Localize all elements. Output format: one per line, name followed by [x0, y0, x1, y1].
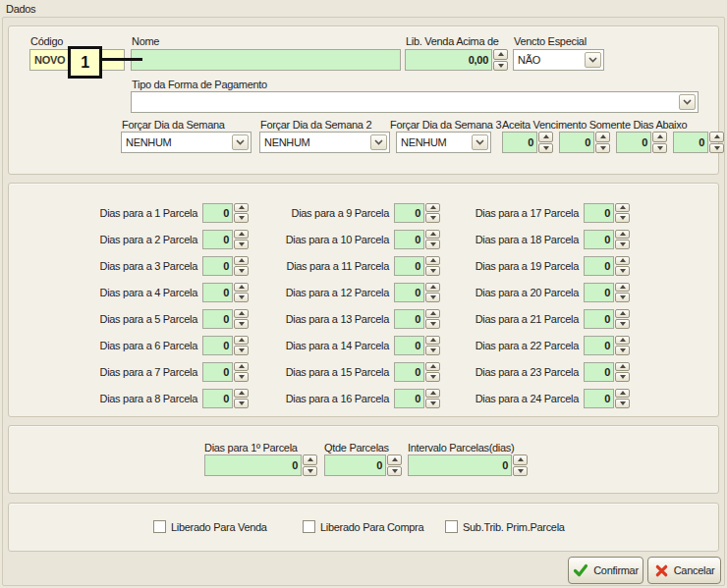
dropdown-button[interactable]: [232, 134, 249, 150]
checkbox-icon[interactable]: [303, 520, 315, 533]
checkbox-liberado-compra[interactable]: Liberado Para Compra: [303, 520, 423, 533]
checkbox-liberado-venda[interactable]: Liberado Para Venda: [153, 520, 267, 533]
parcela-value[interactable]: 0: [394, 309, 424, 329]
spin-down-button[interactable]: [425, 319, 440, 329]
parcela-value[interactable]: 0: [202, 309, 233, 329]
checkbox-subtrib-parcela[interactable]: Sub.Trib. Prim.Parcela: [445, 520, 565, 533]
lib-venda-value[interactable]: 0,00: [405, 49, 492, 71]
spin-down-button[interactable]: [234, 346, 249, 355]
spin-down-button[interactable]: [425, 266, 440, 276]
parcela-value[interactable]: 0: [202, 389, 233, 408]
cancel-button[interactable]: Cancelar: [647, 557, 721, 584]
spin-up-button[interactable]: [615, 256, 630, 266]
spin-down-button[interactable]: [615, 266, 630, 276]
parcela-value[interactable]: 0: [394, 362, 424, 382]
spin-down-button[interactable]: [234, 213, 249, 223]
spin-up-button[interactable]: [425, 283, 440, 293]
spin-down-button[interactable]: [709, 143, 724, 154]
vencto-especial-combo[interactable]: NÃO: [513, 49, 604, 71]
dropdown-button[interactable]: [370, 134, 387, 150]
spin-up-button[interactable]: [234, 336, 249, 346]
parcela-value[interactable]: 0: [202, 230, 233, 249]
parcela-value[interactable]: 0: [584, 230, 614, 249]
forcar-dia-3-combo[interactable]: NENHUM: [396, 132, 491, 153]
spin-up-button[interactable]: [425, 256, 440, 266]
spin-up-button[interactable]: [234, 362, 249, 372]
forcar-dia-2-combo[interactable]: NENHUM: [259, 132, 390, 153]
spin-up-button[interactable]: [615, 389, 630, 399]
spin-up-button[interactable]: [513, 454, 528, 465]
parcela-value[interactable]: 0: [202, 336, 233, 355]
spin-down-button[interactable]: [615, 346, 630, 355]
spin-up-button[interactable]: [234, 283, 249, 293]
spin-down-button[interactable]: [234, 319, 249, 329]
spin-down-button[interactable]: [425, 346, 440, 355]
spin-up-button[interactable]: [615, 309, 630, 319]
spin-down-button[interactable]: [425, 293, 440, 302]
spin-up-button[interactable]: [595, 132, 610, 142]
spin-down-button[interactable]: [234, 399, 249, 408]
spin-up-button[interactable]: [234, 230, 249, 240]
parcela-value[interactable]: 0: [394, 336, 424, 355]
spin-down-button[interactable]: [513, 466, 528, 477]
parcela-value[interactable]: 0: [394, 203, 424, 223]
parcela-value[interactable]: 0: [202, 256, 233, 276]
spin-down-button[interactable]: [615, 213, 630, 223]
confirm-button[interactable]: Confirmar: [568, 557, 643, 584]
spin-down-button[interactable]: [425, 399, 440, 408]
spin-up-button[interactable]: [615, 230, 630, 240]
dropdown-button[interactable]: [585, 52, 601, 68]
parcela-value[interactable]: 0: [584, 283, 614, 302]
spin-down-button[interactable]: [303, 466, 317, 477]
intervalo-parcelas-value[interactable]: 0: [408, 454, 512, 476]
parcela-value[interactable]: 0: [584, 256, 614, 276]
spin-up-button[interactable]: [493, 49, 508, 60]
dias-primeira-parcela-value[interactable]: 0: [204, 454, 302, 476]
spin-up-button[interactable]: [234, 203, 249, 213]
spin-up-button[interactable]: [425, 309, 440, 319]
spin-up-button[interactable]: [615, 362, 630, 372]
spin-down-button[interactable]: [615, 372, 630, 382]
checkbox-icon[interactable]: [445, 520, 458, 533]
parcela-value[interactable]: 0: [584, 203, 614, 223]
parcela-value[interactable]: 0: [394, 230, 424, 249]
parcela-value[interactable]: 0: [584, 309, 614, 329]
forcar-dia-1-combo[interactable]: NENHUM: [121, 132, 252, 153]
dropdown-button[interactable]: [679, 94, 696, 110]
spin-up-button[interactable]: [234, 389, 249, 399]
spin-up-button[interactable]: [615, 283, 630, 293]
dropdown-button[interactable]: [472, 134, 488, 150]
spin-up-button[interactable]: [303, 454, 317, 465]
spin-down-button[interactable]: [234, 372, 249, 382]
spin-down-button[interactable]: [615, 240, 630, 249]
spin-up-button[interactable]: [425, 230, 440, 240]
parcela-value[interactable]: 0: [202, 283, 233, 302]
nome-field[interactable]: [131, 49, 401, 71]
spin-up-button[interactable]: [709, 132, 724, 142]
aceita-dia-value[interactable]: 0: [673, 132, 708, 153]
spin-down-button[interactable]: [652, 143, 667, 154]
spin-up-button[interactable]: [387, 454, 402, 465]
parcela-value[interactable]: 0: [202, 362, 233, 382]
qtde-parcelas-value[interactable]: 0: [324, 454, 386, 476]
parcela-value[interactable]: 0: [394, 283, 424, 302]
spin-up-button[interactable]: [615, 203, 630, 213]
spin-down-button[interactable]: [425, 240, 440, 249]
spin-down-button[interactable]: [425, 372, 440, 382]
spin-up-button[interactable]: [538, 132, 553, 142]
spin-down-button[interactable]: [387, 466, 402, 477]
aceita-dia-value[interactable]: 0: [502, 132, 537, 153]
parcela-value[interactable]: 0: [394, 256, 424, 276]
tipo-pagamento-combo[interactable]: [131, 91, 699, 113]
spin-up-button[interactable]: [425, 203, 440, 213]
spin-up-button[interactable]: [425, 389, 440, 399]
spin-down-button[interactable]: [538, 143, 553, 154]
spin-up-button[interactable]: [425, 336, 440, 346]
spin-down-button[interactable]: [425, 213, 440, 223]
spin-down-button[interactable]: [493, 61, 508, 72]
spin-down-button[interactable]: [595, 143, 610, 154]
tab-dados[interactable]: Dados: [6, 3, 35, 15]
aceita-dia-value[interactable]: 0: [616, 132, 651, 153]
spin-up-button[interactable]: [234, 309, 249, 319]
spin-up-button[interactable]: [615, 336, 630, 346]
